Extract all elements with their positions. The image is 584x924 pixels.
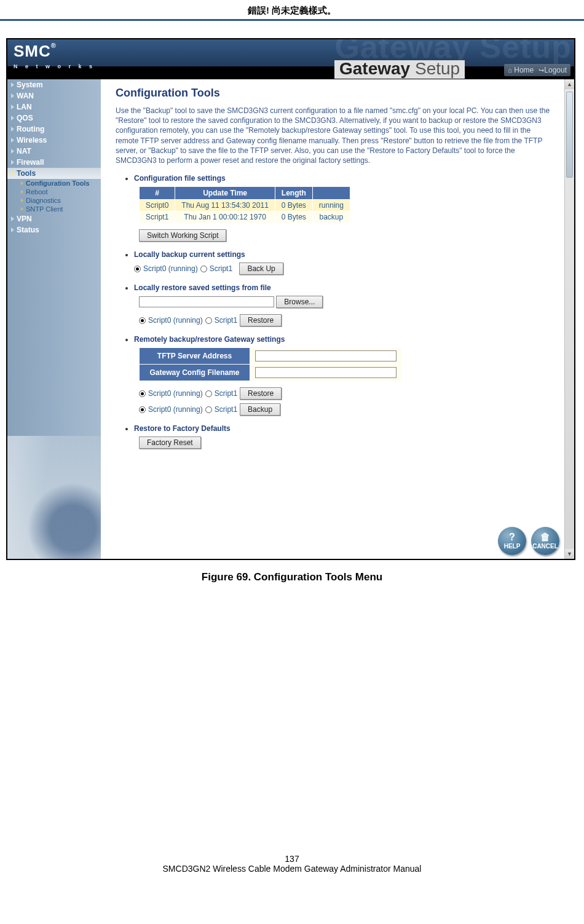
doc-header-rule bbox=[0, 19, 584, 21]
col-number: # bbox=[140, 187, 175, 200]
radio-local-restore-script1[interactable] bbox=[205, 317, 212, 324]
browse-button[interactable]: Browse... bbox=[276, 296, 323, 308]
restore-file-path-input[interactable] bbox=[139, 296, 274, 307]
section-factory-defaults: Restore to Factory Defaults bbox=[134, 424, 553, 433]
radio-label: Script1 bbox=[210, 264, 232, 273]
sidebar-item-nat[interactable]: NAT bbox=[7, 146, 101, 157]
sidebar-item-firewall[interactable]: Firewall bbox=[7, 157, 101, 168]
page-number: 137 bbox=[0, 854, 584, 864]
home-link[interactable]: ⌂ Home bbox=[508, 66, 534, 74]
home-icon: ⌂ bbox=[508, 66, 512, 74]
sidebar-sub-reboot[interactable]: Reboot bbox=[7, 188, 101, 196]
cancel-button[interactable]: 🗑 CANCEL bbox=[531, 527, 559, 555]
sidebar-item-system[interactable]: System bbox=[7, 79, 101, 90]
remote-restore-button[interactable]: Restore bbox=[240, 387, 282, 400]
sidebar-item-tools[interactable]: Tools bbox=[7, 168, 101, 179]
table-row: Script0 Thu Aug 11 13:54:30 2011 0 Bytes… bbox=[140, 200, 350, 211]
radio-label: Script0 (running) bbox=[148, 316, 203, 325]
radio-label: Script0 (running) bbox=[143, 264, 198, 273]
section-config-file-settings: Configuration file settings bbox=[134, 174, 553, 183]
radio-label: Script1 bbox=[215, 389, 237, 398]
config-scripts-table: # Update Time Length Script0 Thu Aug 11 … bbox=[139, 186, 350, 223]
sidebar-item-vpn[interactable]: VPN bbox=[7, 213, 101, 224]
scroll-thumb[interactable] bbox=[566, 92, 573, 178]
sidebar-item-qos[interactable]: QOS bbox=[7, 113, 101, 124]
vertical-scrollbar[interactable]: ▲ ▼ bbox=[564, 79, 574, 559]
logout-icon: ↪ bbox=[539, 66, 544, 74]
col-status bbox=[312, 187, 350, 200]
radio-label: Script1 bbox=[215, 405, 237, 414]
doc-error-header: 錯誤! 尚未定義樣式。 bbox=[0, 0, 584, 19]
backup-button[interactable]: Back Up bbox=[239, 263, 283, 275]
label-gateway-config-filename: Gateway Config Filename bbox=[140, 365, 250, 381]
radio-local-backup-script0[interactable] bbox=[134, 266, 141, 272]
content-pane: Configuration Tools Use the "Backup" too… bbox=[101, 79, 564, 559]
sidebar-item-routing[interactable]: Routing bbox=[7, 124, 101, 135]
tftp-settings-table: TFTP Server Address Gateway Config Filen… bbox=[139, 347, 402, 381]
section-remote-backup-restore: Remotely backup/restore Gateway settings bbox=[134, 335, 553, 344]
col-update-time: Update Time bbox=[175, 187, 275, 200]
gateway-config-filename-input[interactable] bbox=[255, 367, 397, 378]
page-footer: 137 SMCD3GN2 Wireless Cable Modem Gatewa… bbox=[0, 854, 584, 874]
sidebar-sub-diagnostics[interactable]: Diagnostics bbox=[7, 196, 101, 205]
sidebar-sub-sntp-client[interactable]: SNTP Client bbox=[7, 205, 101, 213]
section-local-backup: Locally backup current settings bbox=[134, 250, 553, 259]
radio-remote-restore-script1[interactable] bbox=[205, 390, 212, 397]
sidebar-sub-config-tools[interactable]: Configuration Tools bbox=[7, 179, 101, 188]
radio-label: Script1 bbox=[215, 316, 237, 325]
switch-working-script-button[interactable]: Switch Working Script bbox=[139, 229, 226, 242]
section-local-restore: Locally restore saved settings from file bbox=[134, 283, 553, 292]
scroll-up-arrow-icon[interactable]: ▲ bbox=[565, 79, 574, 89]
factory-reset-button[interactable]: Factory Reset bbox=[139, 436, 201, 449]
scroll-down-arrow-icon[interactable]: ▼ bbox=[565, 549, 574, 559]
help-icon: ? bbox=[509, 532, 515, 542]
figure-caption: Figure 69. Configuration Tools Menu bbox=[0, 571, 584, 583]
radio-remote-backup-script1[interactable] bbox=[205, 406, 212, 413]
sidebar-decorative-image bbox=[7, 436, 101, 559]
remote-backup-button[interactable]: Backup bbox=[240, 403, 280, 416]
smc-logo: SMC® N e t w o r k s bbox=[14, 42, 95, 70]
sidebar-item-wireless[interactable]: Wireless bbox=[7, 135, 101, 146]
table-row: Script1 Thu Jan 1 00:00:12 1970 0 Bytes … bbox=[140, 211, 350, 223]
label-tftp-server-address: TFTP Server Address bbox=[140, 348, 250, 365]
intro-paragraph: Use the "Backup" tool to save the SMCD3G… bbox=[116, 106, 553, 165]
restore-button[interactable]: Restore bbox=[240, 314, 282, 326]
radio-remote-restore-script0[interactable] bbox=[139, 390, 146, 397]
col-length: Length bbox=[275, 187, 312, 200]
page-heading-gateway-setup: Gateway Setup bbox=[334, 60, 465, 79]
top-nav-links: ⌂ Home ↪Logout bbox=[504, 64, 570, 76]
sidebar-item-lan[interactable]: LAN bbox=[7, 101, 101, 113]
trash-icon: 🗑 bbox=[540, 532, 550, 542]
content-title: Configuration Tools bbox=[116, 87, 553, 100]
help-button[interactable]: ? HELP bbox=[498, 527, 526, 555]
sidebar-nav: System WAN LAN QOS Routing Wireless NAT … bbox=[7, 79, 101, 559]
radio-label: Script0 (running) bbox=[148, 389, 203, 398]
radio-local-restore-script0[interactable] bbox=[139, 317, 146, 324]
app-banner: Gateway Setup SMC® N e t w o r k s Gatew… bbox=[7, 39, 574, 79]
logout-link[interactable]: ↪Logout bbox=[539, 66, 567, 74]
radio-local-backup-script1[interactable] bbox=[200, 266, 207, 272]
router-admin-screenshot: Gateway Setup SMC® N e t w o r k s Gatew… bbox=[6, 38, 575, 560]
sidebar-item-wan[interactable]: WAN bbox=[7, 90, 101, 101]
sidebar-item-status[interactable]: Status bbox=[7, 224, 101, 235]
manual-title: SMCD3GN2 Wireless Cable Modem Gateway Ad… bbox=[0, 864, 584, 874]
radio-label: Script0 (running) bbox=[148, 405, 203, 414]
tftp-server-address-input[interactable] bbox=[255, 350, 397, 361]
radio-remote-backup-script0[interactable] bbox=[139, 406, 146, 413]
